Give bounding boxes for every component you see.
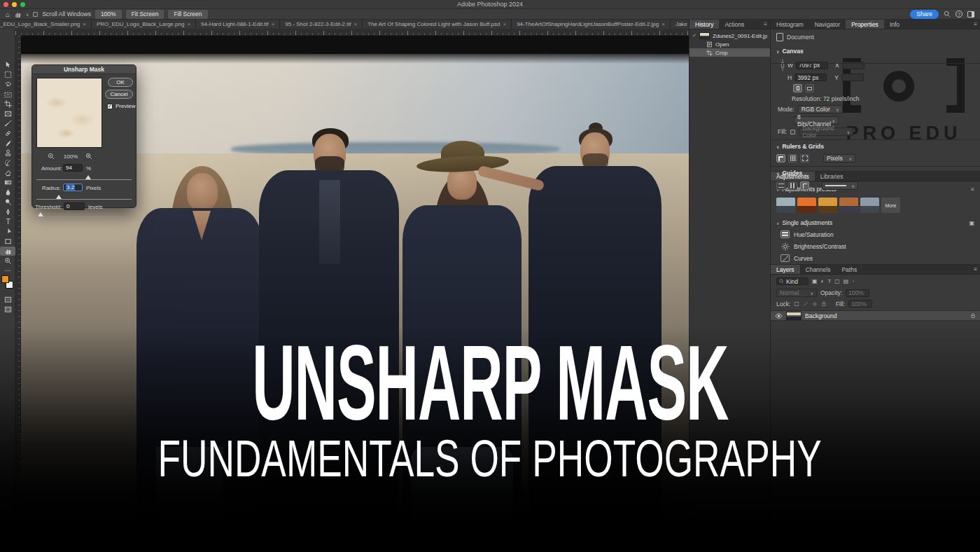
filter-adjustment-icon[interactable]: ◐	[821, 278, 825, 284]
opacity-field[interactable]: 100%	[846, 289, 869, 297]
preset-thumbnail[interactable]	[776, 198, 795, 213]
canvas-section-header[interactable]: ∨ Canvas	[771, 45, 980, 57]
lock-transparency-icon[interactable]: ▢	[794, 301, 799, 307]
lock-pixels-icon[interactable]	[803, 301, 808, 307]
layer-visibility-eye-icon[interactable]	[775, 313, 783, 319]
threshold-slider-thumb[interactable]	[38, 212, 43, 216]
fill-screen-button[interactable]: Fill Screen	[168, 10, 207, 19]
guides-lines-button[interactable]	[776, 181, 785, 190]
filter-pin-icon[interactable]: ◦	[852, 278, 854, 284]
document-tab[interactable]: The Art Of Shaping Colored Light with Ja…	[363, 20, 512, 29]
guide-style-select[interactable]: ∨	[822, 181, 858, 190]
filter-type-icon[interactable]: T	[827, 278, 831, 284]
frame-tool-button[interactable]	[0, 109, 15, 118]
blur-tool-button[interactable]	[0, 188, 15, 197]
bit-depth-select[interactable]: 8 Bits/Channel∨	[794, 116, 839, 125]
close-tab-icon[interactable]: ×	[662, 21, 665, 27]
panel-menu-icon[interactable]: ≡	[761, 20, 770, 29]
ok-button[interactable]: OK	[108, 78, 133, 87]
preset-thumbnail[interactable]	[860, 198, 879, 213]
hand-tool-button[interactable]	[0, 247, 15, 256]
lasso-tool-button[interactable]	[0, 80, 15, 89]
adjustment-hue-saturation[interactable]: Hue/Saturation	[771, 228, 980, 240]
threshold-field[interactable]: 0	[64, 202, 85, 210]
lock-all-icon[interactable]	[821, 301, 827, 307]
help-icon[interactable]: ?	[955, 11, 962, 18]
tab-properties[interactable]: Properties	[846, 20, 884, 29]
layer-filter-search[interactable]: Kind	[776, 277, 808, 285]
brush-tool-button[interactable]	[0, 139, 15, 148]
amount-slider-track[interactable]	[36, 179, 132, 180]
crop-tool-button[interactable]	[0, 99, 15, 109]
preset-thumbnail[interactable]	[818, 198, 837, 213]
pen-tool-button[interactable]	[0, 207, 15, 216]
canvas-height-field[interactable]: 3992 px	[794, 74, 827, 81]
close-tab-icon[interactable]: ×	[187, 21, 190, 27]
clone-stamp-tool-button[interactable]	[0, 149, 15, 158]
history-step-row-selected[interactable]: Crop	[690, 48, 770, 57]
scroll-all-windows-checkbox[interactable]	[33, 12, 38, 17]
color-mode-select[interactable]: RGB Color∨	[798, 105, 843, 113]
eyedropper-tool-button[interactable]	[0, 119, 15, 128]
path-selection-tool-button[interactable]	[0, 227, 15, 236]
close-tab-icon[interactable]: ×	[503, 21, 506, 27]
document-tab[interactable]: PRO_EDU_Logo_Black_Large.png×	[92, 20, 196, 29]
rulers-toggle-button[interactable]	[776, 154, 785, 163]
panel-menu-icon[interactable]: ≡	[971, 20, 980, 29]
edit-toolbar-button[interactable]: ⋯	[0, 266, 15, 275]
panel-menu-icon[interactable]: ≡	[971, 265, 980, 274]
adjustment-brightness-contrast[interactable]: Brightness/Contrast	[771, 240, 980, 252]
tab-history[interactable]: History	[690, 20, 719, 29]
object-selection-tool-button[interactable]	[0, 90, 15, 99]
close-tab-icon[interactable]: ×	[354, 21, 358, 27]
adjustment-curves[interactable]: Curves	[771, 252, 980, 264]
preset-thumbnail[interactable]	[839, 198, 858, 213]
layer-row-background[interactable]: Background	[771, 310, 980, 321]
rulers-grids-section-header[interactable]: ∨ Rulers & Grids	[771, 140, 980, 153]
zoom-in-icon[interactable]	[85, 153, 92, 160]
document-tab[interactable]: 94-TheArtOfShapingHardLightJasonBuffPost…	[512, 20, 671, 29]
history-source-icon[interactable]: ✓	[692, 33, 696, 39]
preview-toggle[interactable]: ✓ Preview	[107, 103, 135, 109]
guides-target-button[interactable]	[800, 181, 809, 190]
layer-thumbnail[interactable]	[786, 312, 802, 320]
document-tab[interactable]: _EDU_Logo_Black_Smaller.png×	[0, 20, 92, 29]
close-tab-icon[interactable]: ×	[272, 21, 275, 27]
guides-section-header[interactable]: ∨ Guides	[771, 167, 980, 179]
grid-toggle-button[interactable]	[788, 154, 797, 163]
preview-checkbox[interactable]: ✓	[107, 104, 113, 109]
history-step-row[interactable]: Open	[690, 40, 770, 48]
radius-field[interactable]: 3.2	[63, 184, 83, 191]
tab-navigator[interactable]: Navigator	[809, 20, 846, 29]
zoom-tool-button[interactable]	[0, 256, 15, 265]
units-select[interactable]: Pixels∨	[823, 154, 855, 163]
tab-layers[interactable]: Layers	[771, 265, 800, 274]
zoom-100-button[interactable]: 100%	[95, 10, 122, 19]
layer-lock-icon[interactable]	[970, 312, 976, 319]
blend-mode-select[interactable]: Normal∨	[776, 289, 817, 297]
tab-info[interactable]: Info	[884, 20, 905, 29]
fill-select[interactable]: Background Color∨	[799, 127, 853, 136]
dodge-tool-button[interactable]	[0, 198, 15, 207]
document-tab[interactable]: Jake Hicks6.jpg×	[671, 20, 689, 29]
close-tab-icon[interactable]: ×	[83, 21, 86, 27]
home-icon[interactable]: ⌂	[6, 11, 10, 18]
gradient-tool-button[interactable]	[0, 178, 15, 187]
spot-healing-tool-button[interactable]	[0, 129, 15, 138]
screen-mode-button[interactable]	[0, 305, 15, 314]
eraser-tool-button[interactable]	[0, 168, 15, 177]
filter-shape-icon[interactable]: ▢	[834, 278, 840, 284]
single-adjustments-header[interactable]: ∨ Single adjustments ▣	[771, 214, 980, 228]
link-dimensions-icon[interactable]	[780, 58, 785, 72]
dialog-title[interactable]: Unsharp Mask	[32, 65, 136, 74]
fit-screen-button[interactable]: Fit Screen	[126, 10, 164, 19]
history-brush-tool-button[interactable]	[0, 158, 15, 167]
amount-slider-thumb[interactable]	[85, 175, 91, 179]
landscape-orientation-button[interactable]	[805, 84, 814, 92]
dialog-preview-image[interactable]	[36, 78, 102, 148]
amount-field[interactable]: 94	[63, 164, 83, 172]
unsharp-mask-dialog[interactable]: Unsharp Mask OK Cancel ✓ Preview 100% Am…	[31, 64, 136, 208]
document-tab[interactable]: 95 - Shot 2-822-3-Edit-2.tif×	[280, 20, 363, 29]
document-tab[interactable]: 94-Hard Light-088-1-Edit.tif×	[196, 20, 280, 29]
tab-histogram[interactable]: Histogram	[771, 20, 809, 29]
